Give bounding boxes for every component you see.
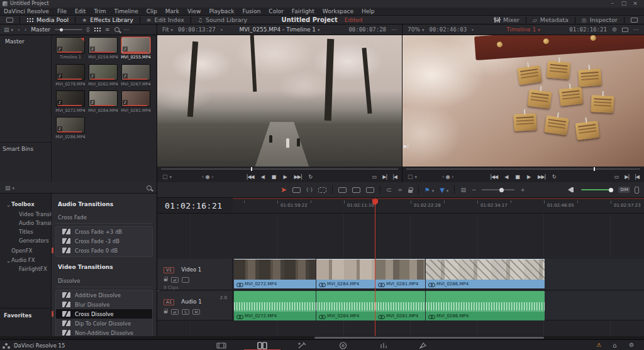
menu-davinci-resolve[interactable]: DaVinci Resolve — [4, 8, 49, 14]
timeline-audio-clip[interactable]: MVI_0284.MP4 — [316, 291, 375, 320]
minimize-button[interactable]: – — [608, 0, 618, 7]
breadcrumb[interactable]: Master — [31, 26, 50, 33]
effect-item[interactable]: Additive Dissolve — [56, 290, 152, 300]
panel-mode-icon[interactable]: ▤▾ — [5, 185, 14, 191]
menu-file[interactable]: File — [57, 8, 67, 14]
timeline-horizontal-scrollbar[interactable] — [314, 337, 544, 339]
menu-timeline[interactable]: Timeline — [114, 8, 138, 14]
first-frame-button[interactable]: |◀◀ — [247, 174, 254, 180]
media-pool-toggle[interactable]: Media Pool — [20, 16, 75, 24]
menu-help[interactable]: Help — [362, 8, 375, 14]
gear-icon[interactable]: ⚙ — [612, 26, 617, 33]
last-frame-button[interactable]: ▶▶| — [294, 174, 302, 180]
sidebar-item-favorites[interactable]: Favorites — [4, 312, 31, 319]
menu-view[interactable]: View — [187, 8, 201, 14]
more-options-icon[interactable]: ⋯ — [633, 26, 639, 33]
mute-button[interactable]: M — [192, 309, 200, 315]
playhead[interactable] — [375, 198, 375, 336]
viewer-divider-handle[interactable]: ▶| — [404, 144, 409, 149]
loop-button[interactable]: ↻ — [309, 174, 313, 180]
timeline-audio-clip[interactable]: MVI_0272.MP4 — [234, 291, 316, 320]
menu-fairlight[interactable]: Fairlight — [292, 8, 314, 14]
insert-clip-button[interactable] — [338, 187, 347, 193]
media-item[interactable]: ♪ MVI_0259.MP4 — [88, 37, 118, 60]
back-arrow-icon[interactable]: ‹ — [18, 26, 20, 33]
panel-mode-icon[interactable]: ▤▾ — [4, 26, 13, 33]
page-edit[interactable] — [255, 341, 269, 349]
sidebar-item-openfx[interactable]: OpenFX — [11, 248, 32, 254]
timeline-video-frame[interactable]: ▶| — [402, 35, 644, 167]
selection-tool[interactable]: ➤ — [280, 185, 287, 194]
auto-select-icon[interactable]: ⇄ — [171, 277, 179, 283]
effect-item[interactable]: Dip To Color Dissolve — [56, 319, 152, 328]
source-video-frame[interactable] — [157, 35, 402, 167]
menu-mark[interactable]: Mark — [165, 8, 179, 14]
track-lock-icon[interactable] — [164, 311, 168, 314]
search-icon[interactable] — [114, 27, 119, 32]
media-item[interactable]: ♪ MVI_0281.MP4 — [121, 90, 151, 113]
track-lock-icon[interactable] — [164, 279, 168, 282]
thumbnail-view-icon[interactable] — [94, 27, 101, 32]
video-track-lane[interactable]: MVI_0272.MP4 MVI_0284.MP4 MVI_0281.MP4 M… — [233, 259, 644, 290]
menu-trim[interactable]: Trim — [94, 8, 106, 14]
page-color[interactable] — [336, 341, 350, 349]
page-deliver[interactable] — [416, 341, 430, 349]
effect-item[interactable]: Non-Additive Dissolve — [56, 328, 152, 336]
forward-arrow-icon[interactable]: › — [25, 26, 27, 33]
media-item[interactable]: ♪ MVI_0278.MP4 — [55, 64, 86, 87]
more-options-icon[interactable]: ⋯ — [391, 26, 397, 33]
first-frame-button[interactable]: |◀◀ — [490, 174, 497, 180]
menu-playback[interactable]: Playback — [209, 8, 234, 14]
source-scrubber[interactable] — [161, 168, 398, 170]
play-reverse-button[interactable]: ◀ — [504, 174, 508, 180]
timeline-zoom-slider[interactable] — [482, 189, 514, 190]
layout-presets-button[interactable] — [625, 16, 644, 24]
track-disable-icon[interactable] — [182, 277, 189, 283]
auto-select-icon[interactable]: ⇄ — [171, 309, 179, 315]
last-frame-button[interactable]: ▶▶| — [538, 174, 545, 180]
timeline-video-clip[interactable]: MVI_0286.MP4 — [426, 259, 545, 288]
sidebar-item-generators[interactable]: Generators — [19, 238, 49, 244]
flag-button[interactable]: ⚑▾ — [425, 187, 434, 194]
media-item[interactable]: ♪ MVI_0272.MP4 — [55, 90, 86, 113]
project-settings-gear-icon[interactable]: ⚙ — [629, 342, 634, 348]
snapping-toggle[interactable]: ⊂ — [386, 186, 392, 194]
smart-bins-label[interactable]: Smart Bins — [3, 146, 33, 152]
thumbnail-size-slider[interactable] — [55, 29, 82, 30]
effects-library-toggle[interactable]: ★Effects Library — [75, 16, 140, 24]
menu-clip[interactable]: Clip — [147, 8, 157, 14]
solo-button[interactable]: S — [182, 309, 189, 315]
close-button[interactable]: × — [630, 0, 640, 7]
menu-workspace[interactable]: Workspace — [323, 8, 353, 14]
audio-track-lane[interactable]: MVI_0272.MP4 MVI_0284.MP4 MVI_0281.MP4 M… — [233, 291, 644, 320]
audio-track-header[interactable]: A1 Audio 1 2.0 ⇄ S M — [157, 291, 233, 320]
mixer-toggle[interactable]: Mixer — [488, 16, 525, 24]
media-item[interactable]: ♪ MVI_0262.MP4 — [88, 64, 118, 87]
effect-item[interactable]: Cross Fade 0 dB — [56, 246, 152, 255]
volume-slider[interactable] — [581, 189, 614, 190]
speaker-icon[interactable] — [568, 187, 572, 192]
timeline-scrubber[interactable] — [406, 168, 640, 170]
overwrite-clip-button[interactable] — [352, 187, 360, 193]
fullscreen-viewer-button[interactable] — [0, 16, 19, 24]
menu-color[interactable]: Color — [269, 8, 284, 14]
video-track-destination[interactable]: V1 — [164, 267, 174, 273]
video-track-header[interactable]: V1 Video 1 ⇄ 9 Clips — [157, 259, 233, 290]
stop-button[interactable]: ■ — [272, 174, 277, 180]
page-fusion[interactable] — [295, 341, 309, 349]
warning-icon[interactable]: ⚠ — [596, 342, 601, 348]
meters-icon[interactable] — [635, 187, 639, 194]
project-manager-home-icon[interactable]: ⌂ — [613, 342, 616, 349]
timeline-video-clip[interactable]: MVI_0272.MP4 — [234, 259, 316, 288]
marker-button[interactable]: ▼▾ — [440, 187, 448, 194]
effect-item[interactable]: Cross Fade +3 dB — [56, 227, 152, 236]
more-options-icon[interactable]: ⋯ — [124, 26, 130, 33]
dim-button[interactable]: DIM — [618, 187, 630, 193]
media-item-selected[interactable]: ♪ MVI_0255.MP4 — [121, 37, 151, 60]
timeline-video-clip[interactable]: MVI_0284.MP4 — [316, 259, 375, 288]
dynamic-trim-tool[interactable]: (⋅) — [306, 187, 313, 193]
menu-fusion[interactable]: Fusion — [243, 8, 261, 14]
page-media[interactable] — [214, 341, 228, 349]
effect-item-selected[interactable]: Cross Dissolve — [56, 309, 152, 319]
inspector-toggle[interactable]: ◎Inspector — [575, 16, 624, 24]
